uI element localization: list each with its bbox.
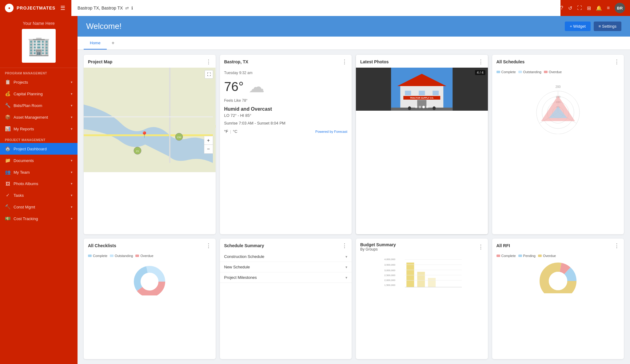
unit-separator: | bbox=[230, 129, 231, 134]
chevron-icon: ▾ bbox=[71, 104, 73, 108]
rfi-overdue-dot bbox=[538, 255, 542, 257]
budget-chart-area: 4,000,000 3,500,000 3,000,000 2,500,000 … bbox=[356, 254, 488, 294]
sidebar-item-reports[interactable]: 📊 My Reports ▾ bbox=[0, 123, 78, 135]
main-layout: Your Name Here 🏢 PROGRAM MANAGEMENT 📋 Pr… bbox=[0, 16, 630, 364]
checklist-donut-svg bbox=[130, 262, 169, 295]
swap-icon: ⇄ bbox=[125, 6, 129, 10]
add-widget-button[interactable]: + Widget bbox=[565, 22, 591, 31]
logo-initials: ● bbox=[8, 6, 10, 10]
checklist-legend-complete: Complete bbox=[88, 254, 107, 258]
schedule-summary-header: Schedule Summary ⋮ bbox=[220, 239, 352, 251]
sidebar-item-tasks[interactable]: ✓ Tasks ▾ bbox=[0, 189, 78, 201]
schedule-summary-card: Schedule Summary ⋮ Construction Schedule… bbox=[220, 239, 352, 359]
weather-card-header: Bastrop, TX ⋮ bbox=[220, 55, 352, 68]
filter-icon[interactable]: ⊞ bbox=[587, 5, 591, 11]
help-icon[interactable]: ? bbox=[560, 5, 563, 11]
schedule-chevron-3: ▾ bbox=[345, 275, 347, 280]
sidebar-item-capital-planning[interactable]: 💰 Capital Planning ▾ bbox=[0, 88, 78, 100]
budget-bar-svg: 4,000,000 3,500,000 3,000,000 2,500,000 … bbox=[360, 256, 484, 290]
checklist-legend-overdue: Overdue bbox=[135, 254, 153, 258]
project-map-card: Project Map ⋮ bbox=[84, 55, 216, 234]
rfi-complete-label: Complete bbox=[501, 254, 516, 258]
sidebar-item-photos[interactable]: 🖼 Photo Albums ▾ bbox=[0, 178, 78, 189]
rfi-pending-label: Pending bbox=[523, 254, 536, 258]
budget-card-header: Budget Summary By Groups ⋮ bbox=[356, 239, 488, 254]
schedule-item-construction[interactable]: Construction Schedule ▾ bbox=[220, 251, 352, 262]
map-card-menu[interactable]: ⋮ bbox=[206, 58, 211, 65]
rfi-card-menu[interactable]: ⋮ bbox=[614, 242, 620, 249]
weather-cloud-icon: ☁ bbox=[249, 77, 265, 96]
dashboard-icon: 🏠 bbox=[5, 146, 10, 152]
rfi-title: All RFI bbox=[496, 243, 510, 248]
zoom-out-button[interactable]: − bbox=[204, 145, 213, 153]
sidebar-item-bids[interactable]: 🔧 Bids/Plan Room ▾ bbox=[0, 100, 78, 111]
reports-icon: 📊 bbox=[5, 126, 10, 132]
svg-text:200: 200 bbox=[555, 85, 560, 89]
rfi-card-header: All RFI ⋮ bbox=[492, 239, 624, 251]
bell-icon[interactable]: 🔔 bbox=[596, 5, 602, 11]
user-avatar[interactable]: BR bbox=[615, 3, 625, 13]
logo-circle: ● bbox=[5, 4, 14, 12]
sidebar-item-asset[interactable]: 📦 Asset Management ▾ bbox=[0, 111, 78, 123]
outstanding-label: Outstanding bbox=[523, 70, 541, 74]
svg-text:2,500,000: 2,500,000 bbox=[384, 274, 395, 277]
expand-icon[interactable]: ⛶ bbox=[577, 5, 582, 11]
overdue-dot bbox=[544, 71, 548, 73]
outstanding-dot bbox=[518, 71, 522, 73]
all-rfi-card: All RFI ⋮ Complete Pending Overdue bbox=[492, 239, 624, 359]
complete-label: Complete bbox=[501, 70, 516, 74]
budget-card-menu[interactable]: ⋮ bbox=[478, 243, 484, 250]
sidebar-item-photos-label: Photo Albums bbox=[14, 181, 38, 186]
map-expand-button[interactable]: ⛶ bbox=[205, 70, 213, 79]
refresh-icon[interactable]: ↺ bbox=[568, 5, 572, 11]
latest-photos-card: Latest Photos ⋮ bbox=[356, 55, 488, 234]
budget-title: Budget Summary bbox=[360, 242, 396, 247]
sidebar-item-dashboard[interactable]: 🏠 Project Dashboard bbox=[0, 143, 78, 155]
rfi-legend: Complete Pending Overdue bbox=[492, 251, 624, 260]
rfi-donut-area bbox=[492, 260, 624, 296]
sidebar-item-documents[interactable]: 📁 Documents ▾ bbox=[0, 155, 78, 166]
svg-point-56 bbox=[549, 272, 567, 290]
schedules-radar-chart: 200 150 100 50 bbox=[492, 76, 624, 136]
powered-by-label: Powered by Forecast bbox=[315, 130, 347, 133]
weather-card-menu[interactable]: ⋮ bbox=[342, 58, 347, 65]
projects-icon: 📋 bbox=[5, 79, 10, 85]
photo-dot-3[interactable] bbox=[422, 106, 425, 108]
schedules-card-menu[interactable]: ⋮ bbox=[614, 58, 620, 65]
schedules-title: All Schedules bbox=[496, 59, 525, 64]
svg-rect-26 bbox=[419, 91, 425, 95]
sidebar-item-team[interactable]: 👥 My Team ▾ bbox=[0, 166, 78, 178]
schedule-item-new[interactable]: New Schedule ▾ bbox=[220, 262, 352, 272]
schedule-item-milestones[interactable]: Project Milestones ▾ bbox=[220, 272, 352, 283]
rfi-legend-pending: Pending bbox=[518, 254, 536, 258]
schedule-summary-menu[interactable]: ⋮ bbox=[342, 242, 347, 249]
sidebar-item-cost-tracking[interactable]: 💵 Cost Tracking ▾ bbox=[0, 213, 78, 224]
checklist-overdue-dot bbox=[135, 255, 139, 257]
project-selector[interactable]: Bastrop TX, Bastrop TX ⇄ ℹ bbox=[71, 0, 560, 16]
photo-dot-1[interactable] bbox=[415, 106, 417, 108]
list-icon[interactable]: ≡ bbox=[607, 5, 610, 11]
add-tab-button[interactable]: + bbox=[107, 37, 119, 49]
header-buttons: + Widget ≡ Settings bbox=[565, 22, 621, 31]
photos-card-menu[interactable]: ⋮ bbox=[478, 58, 484, 65]
sidebar-item-const-mgmt[interactable]: 🔨 Const Mgmt ▾ bbox=[0, 201, 78, 213]
tab-home[interactable]: Home bbox=[84, 37, 107, 49]
photo-dot-2[interactable] bbox=[419, 106, 421, 108]
legend-overdue: Overdue bbox=[544, 70, 562, 74]
checklists-card-menu[interactable]: ⋮ bbox=[206, 242, 211, 249]
photos-title: Latest Photos bbox=[360, 59, 389, 64]
settings-button[interactable]: ≡ Settings bbox=[594, 22, 621, 31]
sidebar-item-projects[interactable]: 📋 Projects ▾ bbox=[0, 76, 78, 88]
celsius-button[interactable]: °C bbox=[233, 129, 237, 134]
weather-description: Humid and Overcast bbox=[224, 106, 348, 112]
asset-icon: 📦 bbox=[5, 114, 10, 120]
weather-city: Bastrop, TX bbox=[224, 59, 249, 64]
profile-image: 🏢 bbox=[22, 29, 56, 63]
chevron-icon: ▾ bbox=[71, 92, 73, 96]
info-icon[interactable]: ℹ bbox=[131, 6, 133, 10]
photo-dot-4[interactable] bbox=[426, 106, 429, 108]
fahrenheit-button[interactable]: °F bbox=[224, 129, 228, 134]
hamburger-icon[interactable]: ☰ bbox=[60, 5, 65, 11]
rfi-donut-svg bbox=[533, 263, 583, 293]
zoom-in-button[interactable]: + bbox=[204, 136, 213, 145]
